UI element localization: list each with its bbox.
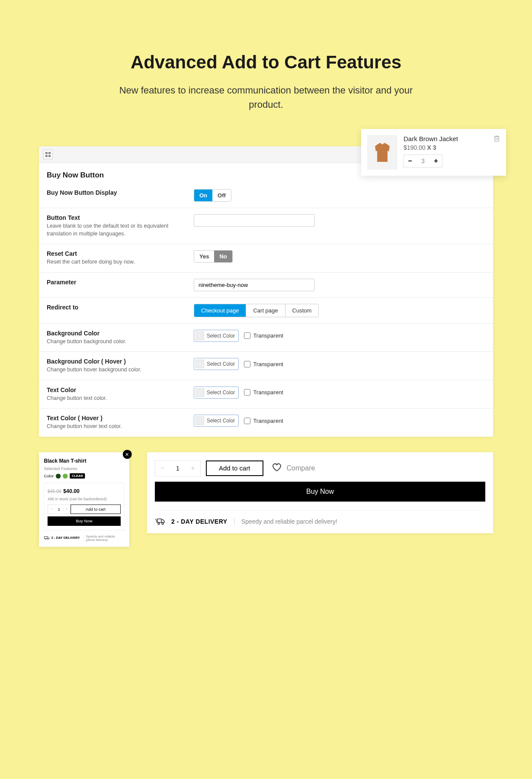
quantity-stepper: − + [155,460,201,476]
bg-hover-label: Background Color ( Hover ) [47,358,194,365]
settings-panel: Dark Brown Jacket $190.00 X 3 − + Buy No… [39,146,493,437]
color-swatch-lime[interactable] [63,473,67,478]
display-label: Buy Now Button Display [47,189,194,196]
minicart-product-name: Dark Brown Jacket [404,135,487,142]
qty-input[interactable] [170,460,186,476]
stock-text: 495 in stock (can be backordered) [48,496,121,501]
qty-input[interactable] [55,505,63,513]
minicart-price: $190.00 [404,144,426,151]
text-transparent-checkbox[interactable]: Transparent [244,389,283,396]
truck-icon [44,535,49,540]
quick-title: Black Man T-shirt [44,458,124,464]
display-toggle: On Off [194,189,231,202]
bg-color-desc: Change button background color. [47,338,194,346]
text-hover-transparent-checkbox[interactable]: Transparent [244,418,283,424]
toggle-no-button[interactable]: No [214,251,232,262]
qty-plus-button[interactable]: + [430,155,442,167]
compare-link[interactable]: Compare [287,464,315,472]
text-color-label: Text Color [47,386,194,393]
text-hover-label: Text Color ( Hover ) [47,415,194,422]
delivery-title: 2 - DAY DELIVERY [171,518,228,525]
reset-cart-desc: Reset the cart before doing buy now. [47,258,194,266]
product-actions-card: − + Add to cart Compare Buy Now 2 - DAY … [147,452,493,533]
truck-icon [155,518,165,525]
qty-plus-button[interactable]: + [63,505,70,513]
close-icon[interactable]: ✕ [123,450,132,459]
redirect-custom-button[interactable]: Custom [285,304,319,317]
add-to-cart-button[interactable]: Add to cart [71,504,121,514]
parameter-input[interactable] [194,279,315,291]
bg-transparent-checkbox[interactable]: Transparent [244,332,283,339]
quick-view-card: ✕ Black Man T-shirt Selected Features Co… [39,452,129,547]
button-text-desc: Leave blank to use the default text or i… [47,222,194,238]
minicart-multiplier: X 3 [427,144,436,151]
hero-subtitle: New features to increase communication b… [115,83,417,112]
delivery-title: 2 - DAY DELIVERY [51,536,80,540]
reset-cart-label: Reset Cart [47,250,194,257]
bg-color-label: Background Color [47,330,194,337]
svg-rect-0 [495,137,499,142]
svg-rect-8 [157,519,161,522]
buy-now-button[interactable]: Buy Now [155,482,485,502]
svg-rect-1 [45,152,48,154]
qty-minus-button[interactable]: − [155,460,170,476]
redirect-label: Redirect to [47,304,194,311]
quick-qty-stepper: − + [48,504,71,514]
parameter-label: Parameter [47,279,194,286]
delivery-text: Speedy and reliable parcel delivery! [241,518,337,525]
text-hover-color-picker[interactable]: Select Color [194,415,239,427]
delivery-text: Speedy and reliable parcel delivery! [83,534,124,542]
buy-now-button[interactable]: Buy Now [48,516,121,526]
product-thumbnail [367,135,397,170]
svg-rect-3 [45,155,48,157]
quick-selected-label: Selected Features [44,466,124,470]
redirect-cart-button[interactable]: Cart page [246,304,285,317]
text-color-picker[interactable]: Select Color [194,386,239,399]
price-now: $40.00 [63,488,80,494]
button-text-label: Button Text [47,214,194,221]
trash-icon[interactable] [494,135,500,170]
bg-hover-color-picker[interactable]: Select Color [194,358,239,370]
redirect-checkout-button[interactable]: Checkout page [194,304,246,317]
grid-icon[interactable] [43,150,53,159]
bg-hover-transparent-checkbox[interactable]: Transparent [244,361,283,367]
qty-plus-button[interactable]: + [186,460,200,476]
svg-rect-2 [48,152,51,154]
qty-minus-button[interactable]: − [404,155,416,167]
hero: Advanced Add to Cart Features New featur… [0,52,532,112]
minicart-preview: Dark Brown Jacket $190.00 X 3 − + [361,129,506,176]
svg-rect-5 [44,536,47,538]
minicart-quantity-stepper: − + [404,155,442,167]
toggle-off-button[interactable]: Off [212,190,231,201]
add-to-cart-button[interactable]: Add to cart [206,460,263,476]
color-label: Color [44,473,54,478]
toggle-yes-button[interactable]: Yes [194,251,214,262]
clear-button[interactable]: CLEAR [70,473,85,478]
reset-cart-toggle: Yes No [194,250,233,263]
svg-point-9 [158,523,160,525]
qty-minus-button[interactable]: − [48,505,55,513]
price-old: $45.00 [48,489,61,493]
hero-title: Advanced Add to Cart Features [0,52,532,73]
svg-point-10 [162,523,163,525]
qty-input[interactable] [416,155,430,167]
bg-color-picker[interactable]: Select Color [194,330,239,342]
text-color-desc: Change button text color. [47,395,194,402]
button-text-input[interactable] [194,214,315,227]
previews: ✕ Black Man T-shirt Selected Features Co… [39,452,493,552]
redirect-segment: Checkout page Cart page Custom [194,304,319,317]
heart-icon[interactable] [272,463,282,473]
bg-hover-desc: Change button hover background color. [47,366,194,374]
color-swatch-green[interactable] [56,473,61,478]
toggle-on-button[interactable]: On [194,190,212,201]
svg-rect-4 [48,155,51,157]
text-hover-desc: Change button hover text color. [47,423,194,431]
